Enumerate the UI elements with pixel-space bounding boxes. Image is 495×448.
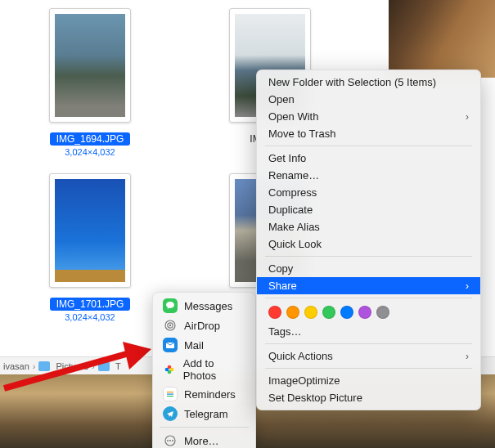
menu-item-label: Add to Photos: [183, 357, 245, 382]
svg-rect-10: [167, 396, 173, 396]
menu-set-desktop-picture[interactable]: Set Desktop Picture: [257, 389, 480, 406]
svg-point-2: [169, 325, 171, 326]
file-name[interactable]: IMG_1694.JPG: [50, 132, 131, 146]
tag-orange[interactable]: [286, 306, 299, 319]
menu-quick-actions[interactable]: Quick Actions›: [257, 347, 480, 365]
chevron-right-icon: ›: [466, 111, 469, 123]
menu-share[interactable]: Share›: [257, 277, 480, 294]
menu-item-label: New Folder with Selection (5 Items): [268, 76, 436, 88]
breadcrumb-user[interactable]: ivasan: [3, 361, 29, 371]
svg-rect-9: [167, 394, 173, 395]
menu-item-label: Open: [268, 93, 295, 105]
share-reminders[interactable]: Reminders: [153, 384, 255, 404]
menu-item-label: Share: [268, 280, 297, 292]
menu-item-label: AirDrop: [184, 320, 220, 332]
breadcrumb-folder[interactable]: T: [115, 361, 121, 371]
folder-icon: [38, 361, 50, 371]
menu-separator: [265, 298, 472, 298]
menu-tags[interactable]: Tags…: [257, 323, 480, 340]
breadcrumb-separator: ›: [33, 361, 36, 371]
share-photos[interactable]: Add to Photos: [153, 355, 255, 384]
menu-item-label: Open With: [268, 110, 318, 123]
tag-color-row: [257, 302, 480, 323]
svg-point-14: [172, 440, 173, 441]
menu-separator: [265, 368, 472, 369]
menu-item-label: Messages: [184, 300, 232, 312]
chevron-right-icon: ›: [466, 280, 469, 292]
context-menu: New Folder with Selection (5 Items) Open…: [256, 69, 481, 410]
photos-icon: [163, 362, 177, 377]
menu-item-label: Tags…: [268, 325, 301, 338]
svg-rect-8: [167, 392, 173, 392]
menu-item-label: ImageOptimize: [268, 374, 340, 387]
share-mail[interactable]: Mail: [153, 335, 255, 355]
airdrop-icon: [163, 318, 178, 333]
menu-item-label: Mail: [184, 339, 204, 352]
menu-separator: [265, 146, 472, 146]
menu-quick-look[interactable]: Quick Look: [257, 235, 480, 253]
tag-purple[interactable]: [358, 306, 371, 319]
share-more[interactable]: More…: [153, 431, 255, 448]
share-submenu: Messages AirDrop Mail Add to Photos Remi…: [152, 292, 256, 448]
share-telegram[interactable]: Telegram: [153, 404, 255, 423]
desktop-wallpaper: [389, 0, 495, 78]
menu-separator: [160, 427, 249, 428]
menu-open[interactable]: Open: [257, 91, 480, 108]
menu-duplicate[interactable]: Duplicate: [257, 201, 480, 218]
tag-blue[interactable]: [340, 306, 353, 319]
file-dimensions: 3,024×4,032: [65, 312, 115, 322]
menu-item-label: Compress: [268, 186, 317, 199]
folder-icon: [98, 361, 110, 371]
reminders-icon: [163, 387, 178, 401]
more-icon: [163, 433, 178, 448]
menu-item-label: More…: [184, 435, 219, 447]
menu-item-label: Telegram: [184, 408, 227, 420]
chevron-right-icon: ›: [466, 351, 469, 362]
menu-item-label: Rename…: [268, 169, 319, 181]
menu-new-folder-selection[interactable]: New Folder with Selection (5 Items): [257, 74, 480, 91]
file-item[interactable]: IMG_1694.JPG 3,024×4,032: [16, 8, 164, 157]
menu-item-label: Quick Look: [268, 238, 322, 250]
menu-make-alias[interactable]: Make Alias: [257, 218, 480, 235]
menu-get-info[interactable]: Get Info: [257, 150, 480, 167]
tag-green[interactable]: [322, 306, 335, 319]
thumbnail-frame: [49, 173, 131, 288]
svg-point-12: [167, 440, 169, 441]
telegram-icon: [163, 406, 178, 421]
tag-gray[interactable]: [376, 306, 389, 319]
svg-point-13: [169, 440, 171, 441]
share-airdrop[interactable]: AirDrop: [153, 316, 255, 335]
menu-compress[interactable]: Compress: [257, 184, 480, 201]
menu-separator: [265, 343, 472, 344]
tag-yellow[interactable]: [304, 306, 317, 319]
file-dimensions: 3,024×4,032: [65, 147, 115, 157]
menu-item-label: Move to Trash: [268, 128, 335, 140]
photo-thumbnail: [55, 179, 125, 282]
breadcrumb-folder[interactable]: Pictures: [56, 361, 88, 371]
file-item[interactable]: IMG_1701.JPG 3,024×4,032: [16, 173, 164, 322]
mail-icon: [163, 338, 178, 352]
menu-item-label: Reminders: [184, 388, 236, 401]
menu-move-to-trash[interactable]: Move to Trash: [257, 125, 480, 142]
breadcrumb-separator: ›: [92, 361, 95, 371]
menu-rename[interactable]: Rename…: [257, 167, 480, 184]
menu-item-label: Make Alias: [268, 221, 320, 233]
menu-separator: [265, 256, 472, 257]
menu-item-label: Quick Actions: [268, 350, 333, 362]
menu-item-label: Set Desktop Picture: [268, 392, 362, 404]
menu-item-label: Duplicate: [268, 204, 313, 216]
svg-point-7: [165, 368, 169, 372]
photo-thumbnail: [55, 14, 125, 117]
menu-copy[interactable]: Copy: [257, 260, 480, 277]
menu-item-label: Get Info: [268, 152, 306, 164]
thumbnail-frame: [49, 8, 131, 123]
menu-item-label: Copy: [268, 262, 293, 275]
menu-open-with[interactable]: Open With›: [257, 108, 480, 125]
file-name[interactable]: IMG_1701.JPG: [50, 298, 131, 311]
tag-red[interactable]: [268, 306, 281, 319]
share-messages[interactable]: Messages: [153, 296, 255, 316]
messages-icon: [163, 298, 178, 313]
menu-imageoptimize[interactable]: ImageOptimize: [257, 372, 480, 389]
